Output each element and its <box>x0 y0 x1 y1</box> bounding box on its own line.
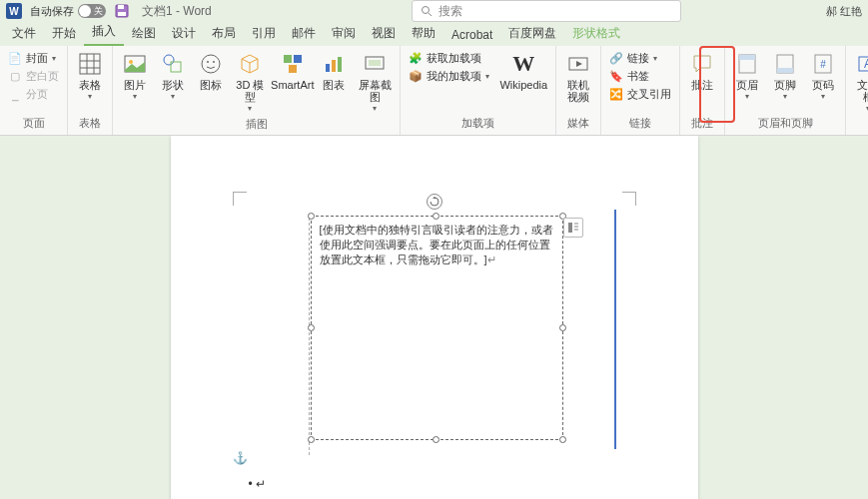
store-icon: 🧩 <box>409 52 423 66</box>
svg-point-12 <box>164 55 174 65</box>
vertical-accent-bar <box>614 210 616 449</box>
svg-point-16 <box>213 61 215 63</box>
header-button[interactable]: 页眉▾ <box>729 48 765 103</box>
resize-handle-l[interactable] <box>308 324 315 331</box>
screenshot-button[interactable]: 屏幕截图▾ <box>354 48 397 115</box>
autosave-toggle[interactable]: 自动保存 关 <box>30 4 106 19</box>
save-button[interactable] <box>114 3 130 19</box>
wikipedia-button[interactable]: WWikipedia <box>495 48 551 93</box>
svg-rect-20 <box>294 55 302 63</box>
link-button[interactable]: 🔗链接▾ <box>607 50 673 67</box>
online-video-button[interactable]: 联机视频 <box>560 48 596 105</box>
comment-icon <box>688 50 716 78</box>
table-button[interactable]: 表格 ▾ <box>72 48 108 103</box>
tab-shape-format[interactable]: 形状格式 <box>564 21 628 46</box>
tab-file[interactable]: 文件 <box>4 21 44 46</box>
3d-models-button[interactable]: 3D 模型▾ <box>231 48 270 115</box>
group-label-text: 文本 <box>850 115 868 134</box>
page-number-button[interactable]: #页码▾ <box>805 48 841 103</box>
header-icon <box>733 50 761 78</box>
tab-design[interactable]: 设计 <box>164 21 204 46</box>
group-label-media: 媒体 <box>560 114 596 133</box>
resize-handle-bl[interactable] <box>308 436 315 443</box>
tab-draw[interactable]: 绘图 <box>124 21 164 46</box>
layout-options-button[interactable] <box>563 218 583 238</box>
tab-view[interactable]: 视图 <box>364 21 404 46</box>
get-addins-button[interactable]: 🧩获取加载项 <box>407 50 491 67</box>
group-header-footer: 页眉▾ 页脚▾ #页码▾ 页眉和页脚 <box>725 46 846 135</box>
svg-point-11 <box>129 60 133 64</box>
cover-page-icon: 📄 <box>8 52 22 66</box>
svg-line-4 <box>429 13 432 16</box>
document-title: 文档1 - Word <box>142 3 212 20</box>
document-page[interactable]: [使用文档中的独特引言吸引读者的注意力，或者使用此空间强调要点。要在此页面上的任… <box>171 136 698 499</box>
tab-help[interactable]: 帮助 <box>404 21 443 46</box>
resize-handle-br[interactable] <box>559 436 566 443</box>
shapes-icon <box>159 50 187 78</box>
document-workspace[interactable]: [使用文档中的独特引言吸引读者的注意力，或者使用此空间强调要点。要在此页面上的任… <box>0 136 868 499</box>
svg-marker-28 <box>576 61 582 67</box>
blank-page-button[interactable]: ▢空白页 <box>6 68 61 85</box>
group-comments: 批注 批注 <box>680 46 725 135</box>
footer-icon <box>771 50 799 78</box>
page-break-button[interactable]: ⎯分页 <box>6 86 61 103</box>
group-label-tables: 表格 <box>72 114 108 133</box>
bookmark-button[interactable]: 🔖书签 <box>607 68 673 85</box>
resize-handle-r[interactable] <box>559 324 566 331</box>
group-label-addins: 加载项 <box>405 114 551 133</box>
shapes-button[interactable]: 形状▾ <box>155 48 191 103</box>
svg-rect-5 <box>80 54 100 74</box>
cube-icon <box>236 50 264 78</box>
resize-handle-b[interactable] <box>433 436 439 443</box>
toggle-switch-icon[interactable]: 关 <box>78 4 106 18</box>
autosave-label: 自动保存 <box>30 4 74 19</box>
search-input[interactable]: 搜索 <box>412 0 681 22</box>
svg-rect-30 <box>739 55 755 60</box>
page-number-icon: # <box>809 50 837 78</box>
svg-rect-38 <box>568 223 572 233</box>
selected-textbox[interactable]: [使用文档中的独特引言吸引读者的注意力，或者使用此空间强调要点。要在此页面上的任… <box>311 216 563 440</box>
user-name[interactable]: 郝 红艳 <box>826 4 862 19</box>
tab-baidu[interactable]: 百度网盘 <box>500 21 564 46</box>
tab-mailings[interactable]: 邮件 <box>284 21 324 46</box>
svg-rect-19 <box>284 55 292 63</box>
tab-insert[interactable]: 插入 <box>84 19 124 46</box>
tab-references[interactable]: 引用 <box>244 21 284 46</box>
tab-home[interactable]: 开始 <box>44 21 84 46</box>
svg-point-15 <box>207 61 209 63</box>
tab-layout[interactable]: 布局 <box>204 21 244 46</box>
anchor-icon[interactable]: ⚓ <box>233 451 248 465</box>
chart-button[interactable]: 图表 <box>316 48 352 93</box>
resize-handle-tl[interactable] <box>308 213 315 220</box>
group-label-pages: 页面 <box>4 114 63 133</box>
svg-point-14 <box>202 55 220 73</box>
smartart-button[interactable]: SmartArt <box>272 48 314 93</box>
pictures-button[interactable]: 图片▾ <box>117 48 153 103</box>
group-addins: 🧩获取加载项 📦我的加载项▾ WWikipedia 加载项 <box>401 46 556 135</box>
search-icon <box>421 5 433 17</box>
comment-button[interactable]: 批注 <box>684 48 720 93</box>
textbox-content[interactable]: [使用文档中的独特引言吸引读者的注意力，或者使用此空间强调要点。要在此页面上的任… <box>312 217 562 273</box>
svg-rect-2 <box>118 12 126 16</box>
bookmark-icon: 🔖 <box>609 70 623 84</box>
svg-text:#: # <box>820 59 826 70</box>
group-tables: 表格 ▾ 表格 <box>68 46 113 135</box>
search-placeholder: 搜索 <box>438 3 462 20</box>
tab-review[interactable]: 审阅 <box>324 21 364 46</box>
rotate-handle-icon[interactable] <box>427 194 442 210</box>
margin-corner-tl <box>233 192 247 206</box>
group-label-header-footer: 页眉和页脚 <box>729 114 841 133</box>
svg-rect-21 <box>289 65 297 73</box>
cross-reference-button[interactable]: 🔀交叉引用 <box>607 86 673 103</box>
group-pages: 📄封面▾ ▢空白页 ⎯分页 页面 <box>0 46 68 135</box>
group-text: A文本框▾ 📑文档部件▾ 🅰艺术字▾ A̲首字下沉▾ ✒签名行▾ 📅日期和时间 … <box>846 46 868 135</box>
group-media: 联机视频 媒体 <box>556 46 601 135</box>
svg-rect-22 <box>326 64 330 72</box>
my-addins-button[interactable]: 📦我的加载项▾ <box>407 68 491 85</box>
resize-handle-t[interactable] <box>433 213 439 220</box>
textbox-button[interactable]: A文本框▾ <box>850 48 868 115</box>
tab-acrobat[interactable]: Acrobat <box>443 24 500 46</box>
icons-button[interactable]: 图标 <box>193 48 229 93</box>
cover-page-button[interactable]: 📄封面▾ <box>6 50 61 67</box>
footer-button[interactable]: 页脚▾ <box>767 48 803 103</box>
